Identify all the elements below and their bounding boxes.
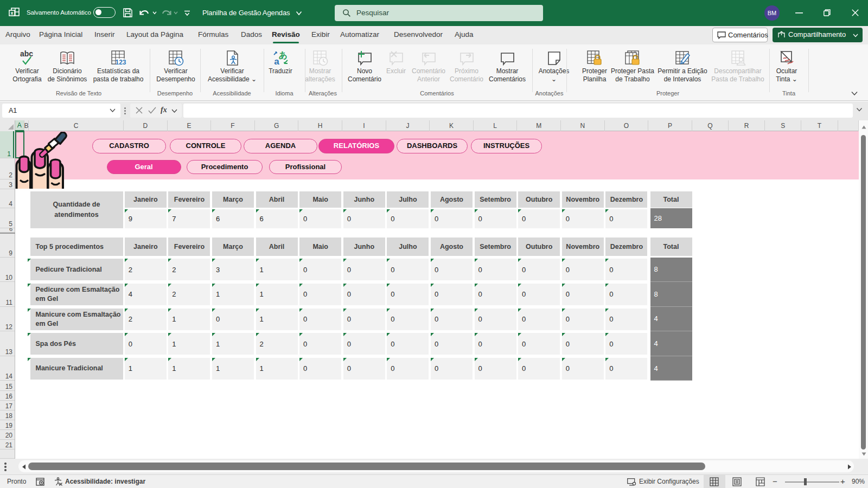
svg-text:あ: あ xyxy=(279,50,288,60)
svg-text:x: x xyxy=(10,10,13,16)
svg-text:123: 123 xyxy=(115,59,126,66)
svg-text:abc: abc xyxy=(20,50,33,58)
